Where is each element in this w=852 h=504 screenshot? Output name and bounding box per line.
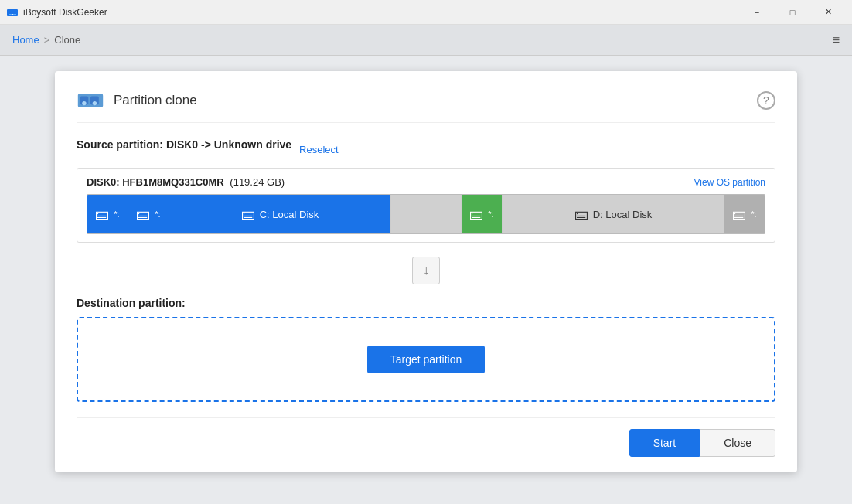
help-button[interactable]: ? [757,91,775,110]
arrow-down-icon: ↓ [423,264,429,278]
nav-menu-button[interactable]: ≡ [833,33,840,47]
partition-item-green[interactable]: 🖴 *: [462,195,502,233]
close-window-button[interactable]: ✕ [810,0,846,25]
dialog-wrapper: Partition clone ? Source partition: DISK… [0,56,852,504]
partition-item-empty[interactable] [391,195,461,233]
app-icon [6,6,19,19]
part-label-c: C: Local Disk [260,209,319,220]
svg-point-7 [93,101,97,105]
partition-item-c[interactable]: 🖴 C: Local Disk [169,195,390,233]
nav-home-link[interactable]: Home [12,34,39,46]
part-label-1: *: [114,209,119,219]
source-partition-header: Source partition: DISK0 -> Unknown drive… [77,138,775,160]
title-bar: iBoysoft DiskGeeker − □ ✕ [0,0,852,25]
svg-point-2 [12,14,13,15]
partition-clone-dialog: Partition clone ? Source partition: DISK… [55,71,797,472]
partition-bar: 🖴 *: 🖴 *: 🖴 C: Local Disk [87,194,765,234]
dialog-footer: Start Close [77,417,775,457]
disk-name: DISK0: HFB1M8MQ331C0MR (119.24 GB) [87,176,285,188]
nav-clone-label: Clone [54,34,80,46]
disk-panel: DISK0: HFB1M8MQ331C0MR (119.24 GB) View … [77,168,775,243]
window-controls: − □ ✕ [739,0,846,25]
partition-item-gray[interactable]: 🖴 *: [724,195,765,233]
partition-item-d[interactable]: 🖴 D: Local Disk [503,195,724,233]
drive-icon-c: 🖴 [241,206,255,223]
part-label-2: *: [155,209,160,219]
start-button[interactable]: Start [629,429,700,457]
arrow-container: ↓ [77,257,775,284]
partition-item-2[interactable]: 🖴 *: [128,195,169,233]
partition-item-1[interactable]: 🖴 *: [87,195,128,233]
drive-icon-green: 🖴 [469,206,483,223]
target-partition-button[interactable]: Target partition [367,346,486,373]
part-label-d: D: Local Disk [593,209,653,220]
arrow-down-button: ↓ [412,257,440,284]
dialog-title: Partition clone [114,93,197,108]
app-title: iBoysoft DiskGeeker [23,7,739,18]
minimize-button[interactable]: − [739,0,775,25]
app-body: Home > Clone ≡ Partition clone ? Source [0,25,852,504]
reselect-link[interactable]: Reselect [299,144,339,155]
nav-bar: Home > Clone ≡ [0,25,852,56]
dialog-partition-icon [77,90,104,111]
part-label-green: *: [488,209,493,219]
svg-point-6 [82,101,86,105]
disk-title-row: DISK0: HFB1M8MQ331C0MR (119.24 GB) View … [87,176,765,188]
destination-zone[interactable]: Target partition [77,317,775,402]
drive-icon-1: 🖴 [95,206,109,223]
dialog-header: Partition clone ? [77,90,775,123]
maximize-button[interactable]: □ [775,0,810,25]
close-button[interactable]: Close [700,429,775,457]
source-label-text: Source partition: DISK0 -> Unknown drive [77,138,291,151]
part-label-gray: *: [751,209,756,219]
drive-icon-2: 🖴 [136,206,150,223]
drive-icon-gray: 🖴 [732,206,746,223]
nav-separator: > [44,34,50,46]
drive-icon-d: 🖴 [574,206,588,223]
view-os-link[interactable]: View OS partition [694,177,766,188]
destination-label: Destination partition: [77,297,775,309]
